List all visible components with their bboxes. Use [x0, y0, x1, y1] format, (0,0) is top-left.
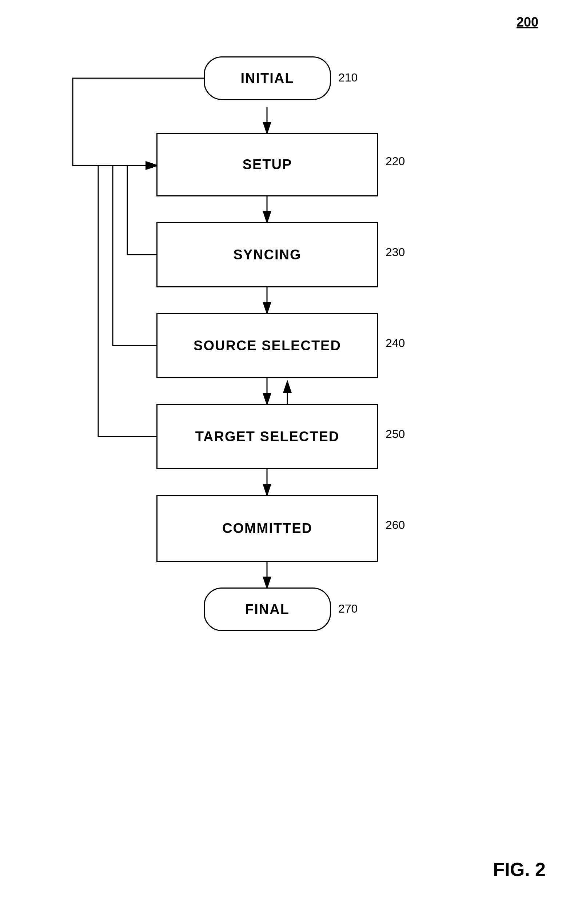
node-target-selected-label: TARGET SELECTED: [195, 429, 340, 444]
node-initial: INITIAL: [204, 56, 331, 100]
ref-220: 220: [386, 155, 405, 168]
node-final: FINAL: [204, 587, 331, 631]
ref-250: 250: [386, 427, 405, 441]
ref-230: 230: [386, 246, 405, 259]
ref-210: 210: [338, 71, 358, 84]
node-final-label: FINAL: [245, 602, 290, 617]
node-initial-label: INITIAL: [241, 71, 294, 86]
diagram-container: 200: [0, 0, 582, 924]
node-syncing-label: SYNCING: [233, 247, 301, 262]
ref-240: 240: [386, 337, 405, 350]
ref-260: 260: [386, 518, 405, 532]
node-target-selected: TARGET SELECTED: [157, 404, 378, 469]
ref-270: 270: [338, 602, 358, 615]
node-setup-label: SETUP: [242, 157, 292, 172]
node-committed-label: COMMITTED: [222, 521, 312, 536]
node-source-selected: SOURCE SELECTED: [157, 313, 378, 378]
node-syncing: SYNCING: [157, 222, 378, 287]
fig-label: FIG. 2: [493, 858, 546, 880]
node-committed: COMMITTED: [157, 495, 378, 562]
node-setup: SETUP: [157, 133, 378, 196]
node-source-selected-label: SOURCE SELECTED: [193, 338, 341, 353]
